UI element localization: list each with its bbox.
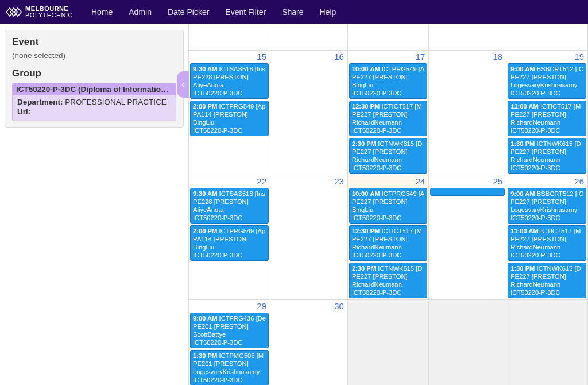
day-cell[interactable]: 299:00 AM ICTPRG436 [DePE201 [PRESTON]Sc… — [189, 300, 270, 385]
day-number[interactable]: 17 — [416, 52, 425, 61]
calendar-event[interactable]: 12:30 PM ICTICT517 [MPE227 [PRESTON]Rich… — [349, 225, 427, 261]
event-time: 9:00 AM — [193, 315, 217, 322]
calendar-event[interactable]: 11:00 AM ICTICT517 [MPE227 [PRESTON]Rich… — [508, 101, 586, 136]
day-number[interactable]: 16 — [334, 52, 344, 61]
event-title: ICTSAS518 [Ins — [217, 190, 265, 197]
event-time: 2:30 PM — [352, 265, 376, 272]
calendar: 159:30 AM ICTSAS518 [InsPE228 [PRESTON]A… — [188, 24, 588, 385]
event-time: 9:30 AM — [193, 66, 217, 72]
calendar-event[interactable]: 9:30 AM ICTSAS518 [InsPE228 [PRESTON]Ali… — [190, 63, 269, 99]
calendar-event[interactable]: 2:30 PM ICTNWK615 [DPE227 [PRESTON]Richa… — [349, 263, 427, 298]
calendar-event[interactable]: 2:00 PM ICTPRG549 [ApPA114 [PRESTON]Bing… — [190, 101, 269, 136]
event-code: ICT50220-P-3DC — [193, 376, 266, 384]
day-cell[interactable] — [348, 24, 429, 51]
calendar-event[interactable] — [430, 188, 505, 196]
day-number[interactable]: 23 — [334, 176, 344, 186]
event-room: PA114 [PRESTON] — [193, 110, 266, 118]
event-title: ICTPRG549 [Ap — [217, 103, 265, 110]
event-time: 10:00 AM — [352, 190, 380, 197]
calendar-grid: 159:30 AM ICTSAS518 [InsPE228 [PRESTON]A… — [189, 24, 588, 385]
event-room: PE227 [PRESTON] — [510, 272, 583, 280]
day-cell[interactable] — [270, 24, 348, 51]
event-title: BSBCRT512 [ C — [535, 190, 583, 197]
calendar-event[interactable]: 12:30 PM ICTICT517 [MPE227 [PRESTON]Rich… — [349, 101, 427, 136]
event-time: 9:00 AM — [510, 190, 535, 197]
day-cell[interactable] — [189, 24, 270, 51]
event-title: ICTNWK615 [D — [535, 140, 581, 147]
event-room: PE201 [PRESTON] — [193, 322, 266, 330]
event-room: PE227 [PRESTON] — [510, 198, 583, 206]
calendar-event[interactable]: 10:00 AM ICTPRG549 [APE227 [PRESTON]Bing… — [349, 63, 427, 99]
day-cell[interactable]: 269:00 AM BSBCRT512 [ CPE227 [PRESTON]Lo… — [506, 175, 588, 300]
event-room: PE227 [PRESTON] — [352, 110, 424, 118]
sidebar: Event (none selected) Group ICT50220-P-3… — [0, 24, 188, 385]
calendar-event[interactable]: 2:00 PM ICTPRG549 [ApPA114 [PRESTON]Bing… — [190, 225, 269, 261]
group-dept: Department: PROFESSIONAL PRACTICE — [17, 98, 171, 106]
event-time: 2:00 PM — [193, 103, 217, 110]
event-time: 1:30 PM — [193, 352, 217, 359]
day-number[interactable]: 18 — [493, 52, 502, 61]
calendar-event[interactable]: 9:00 AM BSBCRT512 [ CPE227 [PRESTON]Loge… — [508, 63, 586, 99]
day-cell[interactable]: 30 — [270, 300, 348, 385]
event-who: RichardNeumann — [510, 280, 583, 288]
event-code: ICT50220-P-3DC — [352, 251, 424, 259]
day-cell[interactable] — [506, 24, 588, 51]
day-number[interactable]: 29 — [257, 301, 266, 311]
day-cell[interactable] — [348, 300, 429, 385]
day-cell[interactable] — [506, 300, 588, 385]
calendar-event[interactable]: 9:30 AM ICTSAS518 [InsPE228 [PRESTON]Ali… — [190, 188, 269, 224]
event-room: PE227 [PRESTON] — [352, 73, 424, 81]
day-number[interactable]: 26 — [574, 176, 584, 186]
group-card[interactable]: ICT50220-P-3DC (Diploma of Information T… — [12, 83, 176, 121]
calendar-event[interactable]: 10:00 AM ICTPRG549 [APE227 [PRESTON]Bing… — [349, 188, 427, 224]
calendar-event[interactable]: 11:00 AM ICTICT517 [MPE227 [PRESTON]Rich… — [508, 225, 586, 261]
event-who: RichardNeumann — [352, 118, 424, 126]
day-cell[interactable]: 2410:00 AM ICTPRG549 [APE227 [PRESTON]Bi… — [348, 175, 429, 300]
day-cell[interactable]: 23 — [270, 175, 348, 300]
nav-item-event-filter[interactable]: Event Filter — [217, 0, 274, 24]
day-cell[interactable]: 199:00 AM BSBCRT512 [ CPE227 [PRESTON]Lo… — [506, 51, 588, 175]
brand-logo[interactable]: MELBOURNE POLYTECHNIC — [6, 6, 73, 18]
nav-item-admin[interactable]: Admin — [121, 0, 160, 24]
event-who: RichardNeumann — [510, 243, 583, 251]
nav-item-home[interactable]: Home — [83, 0, 121, 24]
group-dept-label: Department: — [17, 98, 63, 106]
day-number[interactable]: 22 — [257, 176, 266, 186]
day-number[interactable]: 24 — [416, 176, 425, 186]
day-cell[interactable]: 229:30 AM ICTSAS518 [InsPE228 [PRESTON]A… — [189, 175, 270, 300]
day-cell[interactable]: 16 — [270, 51, 348, 175]
calendar-event[interactable]: 2:30 PM ICTNWK615 [DPE227 [PRESTON]Richa… — [349, 138, 427, 174]
nav-item-date-picker[interactable]: Date Picker — [160, 0, 217, 24]
day-cell[interactable]: 159:30 AM ICTSAS518 [InsPE228 [PRESTON]A… — [189, 51, 270, 175]
calendar-event[interactable]: 1:30 PM ICTNWK615 [DPE227 [PRESTON]Richa… — [508, 138, 586, 174]
event-who: RichardNeumann — [510, 118, 583, 126]
event-time: 1:30 PM — [510, 140, 535, 147]
event-who: ScottBattye — [193, 330, 266, 338]
calendar-event[interactable]: 1:30 PM ICTNWK615 [DPE227 [PRESTON]Richa… — [508, 263, 586, 298]
events-container: 9:30 AM ICTSAS518 [InsPE228 [PRESTON]Ali… — [190, 63, 269, 136]
calendar-event[interactable]: 9:00 AM BSBCRT512 [ CPE227 [PRESTON]Loge… — [508, 188, 586, 224]
event-code: ICT50220-P-3DC — [193, 251, 266, 259]
day-cell[interactable] — [429, 24, 506, 51]
group-heading: Group — [12, 68, 176, 79]
event-code: ICT50220-P-3DC — [510, 251, 583, 259]
day-cell[interactable] — [429, 300, 506, 385]
day-cell[interactable]: 1710:00 AM ICTPRG549 [APE227 [PRESTON]Bi… — [348, 51, 429, 175]
calendar-event[interactable]: 9:00 AM ICTPRG436 [DePE201 [PRESTON]Scot… — [190, 313, 269, 348]
event-code: ICT50220-P-3DC — [510, 288, 583, 297]
day-number[interactable]: 30 — [334, 301, 344, 311]
calendar-event[interactable]: 1:30 PM ICTPMG505 [MPE201 [PRESTON]Loges… — [190, 350, 269, 385]
event-room: PE228 [PRESTON] — [193, 73, 266, 81]
day-cell[interactable]: 25 — [429, 175, 506, 300]
event-who: RichardNeumann — [510, 156, 583, 164]
event-room: PE227 [PRESTON] — [510, 235, 583, 243]
day-number[interactable]: 25 — [493, 176, 502, 186]
nav-item-help[interactable]: Help — [312, 0, 345, 24]
day-number[interactable]: 15 — [257, 52, 266, 61]
day-cell[interactable]: 18 — [429, 51, 506, 175]
navbar: MELBOURNE POLYTECHNIC HomeAdminDate Pick… — [0, 0, 588, 24]
day-number[interactable]: 19 — [574, 52, 584, 61]
collapse-sidebar-button[interactable]: ‹ — [177, 71, 189, 98]
event-code: ICT50220-P-3DC — [193, 89, 266, 97]
nav-item-share[interactable]: Share — [274, 0, 311, 24]
